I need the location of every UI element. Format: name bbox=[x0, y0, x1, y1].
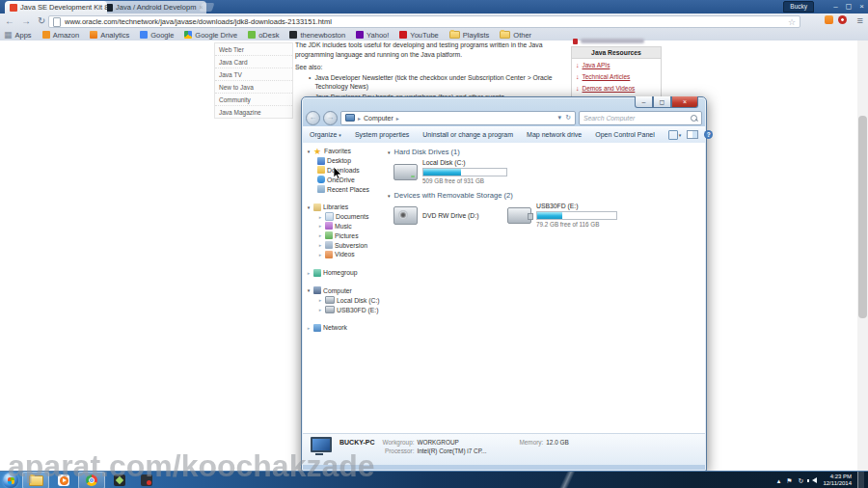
sidebar-item-community[interactable]: Community bbox=[215, 94, 292, 106]
nav-libraries[interactable]: ▾Libraries bbox=[306, 203, 381, 212]
window-close-button[interactable]: × bbox=[671, 96, 698, 108]
explorer-back-button[interactable]: ← bbox=[306, 111, 320, 125]
bookmark-odesk[interactable]: oDesk bbox=[248, 31, 279, 40]
chrome-menu-icon[interactable]: ≡ bbox=[857, 14, 863, 28]
download-icon: ↓ bbox=[576, 62, 580, 68]
tab-title: Java SE Development Kit 8 bbox=[20, 3, 107, 12]
explorer-window: – ◻ × ← → ▸ Computer ▸ ▾ ↻ Organize ▾ Sy… bbox=[301, 96, 707, 472]
views-button[interactable]: ▾ bbox=[668, 130, 682, 140]
tray-show-hidden-icon[interactable]: ▴ bbox=[777, 477, 781, 484]
bookmark-playlists-folder[interactable]: Playlists bbox=[449, 31, 490, 40]
memory-value: 12.0 GB bbox=[546, 439, 568, 446]
maximize-icon[interactable]: ◻ bbox=[846, 1, 853, 12]
bookmark-google[interactable]: Google bbox=[140, 31, 174, 40]
system-tray: ▴ ⚑ ↻ 4:23 PM 12/11/2014 bbox=[777, 472, 868, 488]
action-center-flag-icon[interactable]: ⚑ bbox=[786, 477, 792, 484]
resource-link-demos-videos[interactable]: ↓Demos and Videos bbox=[572, 82, 661, 94]
system-properties-button[interactable]: System properties bbox=[355, 131, 409, 138]
homegroup-icon bbox=[313, 269, 321, 277]
profile-name-badge[interactable]: Bucky bbox=[783, 1, 814, 13]
nav-recent-places[interactable]: Recent Places bbox=[306, 184, 381, 194]
nav-computer[interactable]: ▾Computer bbox=[306, 286, 381, 296]
nav-desktop[interactable]: Desktop bbox=[306, 156, 381, 166]
uninstall-program-button[interactable]: Uninstall or change a program bbox=[422, 131, 513, 138]
omnibox[interactable]: ☆ bbox=[48, 15, 800, 28]
window-maximize-button[interactable]: ◻ bbox=[653, 96, 671, 108]
onedrive-icon bbox=[317, 176, 325, 183]
drive-dvd-rw-d[interactable]: DVD RW Drive (D:) bbox=[393, 203, 507, 228]
address-bar[interactable]: ▸ Computer ▸ ▾ ↻ bbox=[340, 111, 576, 125]
analytics-extension-icon[interactable] bbox=[825, 15, 833, 24]
page-scrollbar[interactable] bbox=[857, 41, 868, 471]
taskbar-clock[interactable]: 4:23 PM 12/11/2014 bbox=[823, 474, 852, 488]
nav-subversion[interactable]: ▸Subversion bbox=[306, 240, 381, 250]
browser-window-controls: – ◻ × bbox=[833, 1, 864, 12]
extension-icon[interactable] bbox=[838, 15, 847, 24]
address-dropdown-icon[interactable]: ▾ bbox=[558, 114, 562, 122]
nav-downloads[interactable]: Downloads bbox=[306, 166, 381, 176]
nav-onedrive[interactable]: OneDrive bbox=[306, 175, 381, 184]
blurred-link-placeholder[interactable] bbox=[581, 39, 644, 43]
bookmark-yahoo[interactable]: Yahoo! bbox=[356, 31, 389, 40]
minimize-icon[interactable]: – bbox=[833, 1, 837, 12]
crumb-separator-icon[interactable]: ▸ bbox=[396, 115, 399, 122]
organize-menu[interactable]: Organize ▾ bbox=[310, 131, 341, 138]
drive-usb30fd-e[interactable]: USB30FD (E:) 79.2 GB free of 116 GB bbox=[507, 203, 617, 228]
amazon-icon bbox=[42, 31, 50, 39]
bookmark-youtube[interactable]: YouTube bbox=[399, 31, 438, 40]
help-icon[interactable]: ? bbox=[704, 130, 713, 139]
volume-icon[interactable] bbox=[809, 477, 817, 483]
group-removable-storage[interactable]: ▾ Devices with Removable Storage (2) bbox=[388, 191, 705, 200]
open-control-panel-button[interactable]: Open Control Panel bbox=[595, 131, 654, 138]
video-watermark: aparat.com/koochakzade bbox=[8, 448, 375, 484]
breadcrumb[interactable]: Computer bbox=[364, 115, 393, 122]
sidebar-item-java-card[interactable]: Java Card bbox=[215, 56, 292, 68]
nav-usb30fd-e[interactable]: ▸USB30FD (E:) bbox=[306, 305, 381, 314]
scrollbar-thumb[interactable] bbox=[858, 116, 867, 318]
window-minimize-button[interactable]: – bbox=[635, 96, 653, 108]
nav-pictures[interactable]: ▸Pictures bbox=[306, 230, 381, 240]
new-tab-button[interactable] bbox=[200, 3, 215, 12]
group-hard-disk-drives[interactable]: ▾ Hard Disk Drives (1) bbox=[388, 148, 705, 156]
sidebar-item-web-tier[interactable]: Web Tier bbox=[215, 43, 292, 56]
bookmark-star-icon[interactable]: ☆ bbox=[788, 17, 796, 27]
bookmark-google-drive[interactable]: Google Drive bbox=[184, 31, 237, 40]
preview-pane-icon[interactable] bbox=[687, 130, 698, 139]
tab-java-android[interactable]: Java / Android Developm × bbox=[100, 1, 206, 14]
nav-homegroup[interactable]: ▸Homegroup bbox=[306, 268, 381, 278]
bookmark-thenewboston[interactable]: thenewboston bbox=[289, 31, 345, 40]
close-icon[interactable]: × bbox=[859, 1, 864, 12]
bookmark-other-folder[interactable]: Other bbox=[500, 31, 531, 40]
show-desktop-button[interactable] bbox=[857, 472, 864, 488]
group-collapse-icon[interactable]: ▾ bbox=[388, 193, 391, 199]
folder-icon bbox=[500, 31, 510, 39]
refresh-icon[interactable]: ↻ bbox=[565, 114, 571, 122]
bookmark-analytics[interactable]: Analytics bbox=[90, 31, 129, 40]
nav-network[interactable]: ▸Network bbox=[306, 323, 381, 333]
nav-documents[interactable]: ▸Documents bbox=[306, 212, 381, 222]
group-collapse-icon[interactable]: ▾ bbox=[388, 149, 391, 155]
nav-favorites[interactable]: ▾★Favorites bbox=[306, 147, 381, 156]
sync-icon[interactable]: ↻ bbox=[799, 477, 804, 484]
map-network-drive-button[interactable]: Map network drive bbox=[527, 131, 582, 138]
search-input[interactable] bbox=[583, 113, 691, 123]
resource-link-java-apis[interactable]: ↓Java APIs bbox=[572, 59, 661, 70]
nav-local-disk-c[interactable]: ▸Local Disk (C:) bbox=[306, 295, 381, 305]
bookmark-amazon[interactable]: Amazon bbox=[42, 31, 80, 40]
tab-java-se-dev-kit[interactable]: Java SE Development Kit 8 × bbox=[5, 1, 107, 14]
nav-videos[interactable]: ▸Videos bbox=[306, 250, 381, 259]
url-input[interactable] bbox=[65, 17, 784, 27]
sidebar-item-java-tv[interactable]: Java TV bbox=[215, 68, 292, 81]
nav-music[interactable]: ▸Music bbox=[306, 222, 381, 231]
tab-title: Java / Android Developm bbox=[116, 3, 196, 12]
explorer-search-box[interactable] bbox=[579, 111, 702, 125]
forward-icon[interactable]: → bbox=[21, 14, 31, 28]
reload-icon[interactable]: ↻ bbox=[38, 14, 45, 28]
sidebar-item-new-to-java[interactable]: New to Java bbox=[215, 81, 292, 94]
back-icon[interactable]: ← bbox=[5, 14, 14, 28]
sidebar-item-java-magazine[interactable]: Java Magazine bbox=[215, 106, 292, 118]
explorer-forward-button[interactable]: → bbox=[323, 111, 338, 125]
bookmark-apps[interactable]: ▦Apps bbox=[4, 31, 32, 40]
resource-link-technical-articles[interactable]: ↓Technical Articles bbox=[572, 70, 661, 82]
drive-local-disk-c[interactable]: Local Disk (C:) 509 GB free of 931 GB bbox=[393, 159, 705, 184]
